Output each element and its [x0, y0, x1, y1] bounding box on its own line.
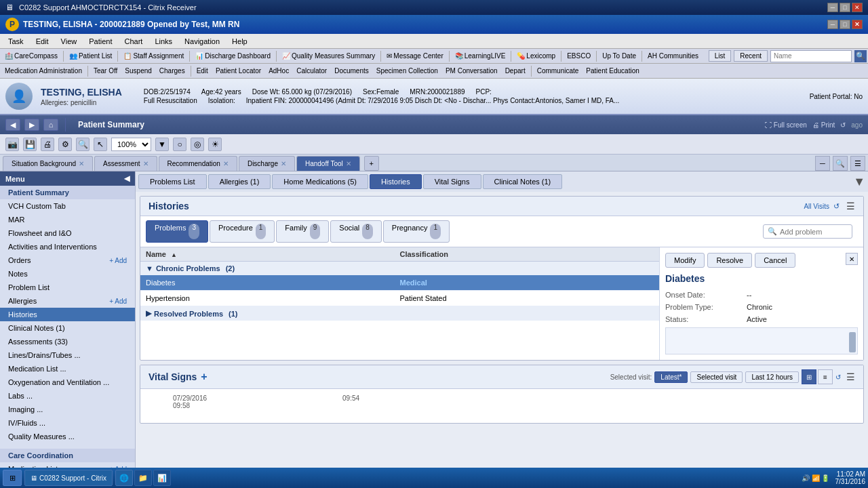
app-minimize-btn[interactable]: ─ [827, 20, 838, 29]
sidebar-item-oxygenation[interactable]: Oxygenation and Ventilation ... [0, 375, 135, 389]
tab-situation[interactable]: Situation Background ✕ [3, 156, 93, 171]
selected-visit-btn[interactable]: Selected visit [690, 371, 743, 383]
sidebar-item-medication[interactable]: Medication List ... [0, 362, 135, 375]
start-btn[interactable]: ⊞ [3, 470, 22, 486]
menu-patient[interactable]: Patient [83, 36, 117, 47]
tab-minus-btn[interactable]: ─ [815, 156, 830, 171]
vital-add-btn[interactable]: + [201, 371, 207, 383]
modify-btn[interactable]: Modify [665, 253, 705, 268]
close-btn[interactable]: ✕ [852, 3, 863, 12]
menu-view[interactable]: View [56, 36, 83, 47]
print-btn[interactable]: 🖨 Print [812, 121, 835, 129]
histories-tab-pregnancy[interactable]: Pregnancy 1 [383, 220, 450, 243]
last12h-btn[interactable]: Last 12 hours [745, 371, 799, 383]
sidebar-item-orders[interactable]: Orders + Add [0, 253, 135, 267]
circle2-icon[interactable]: ◎ [191, 138, 204, 151]
vital-refresh-btn[interactable]: ↺ [835, 373, 841, 381]
app-maximize-btn[interactable]: □ [840, 20, 850, 29]
toolbar-suspend[interactable]: Suspend [121, 66, 155, 75]
sidebar-item-imaging[interactable]: Imaging ... [0, 403, 135, 416]
toolbar-carecompass[interactable]: 🏥 CareCompass [1, 52, 61, 60]
camera-icon[interactable]: 📷 [5, 138, 19, 151]
panel-nav-histories[interactable]: Histories [370, 174, 422, 189]
sidebar-item-quality[interactable]: Quality Measures ... [0, 430, 135, 443]
add-tab-btn[interactable]: + [364, 156, 379, 171]
histories-refresh-icon[interactable]: ↺ [833, 202, 840, 211]
save-icon[interactable]: 💾 [23, 138, 37, 151]
tab-situation-x[interactable]: ✕ [79, 160, 84, 167]
sidebar-item-carecoord[interactable]: Care Coordination [0, 449, 135, 462]
histories-hamburger[interactable]: ☰ [846, 201, 855, 211]
tab-discharge[interactable]: Discharge ✕ [239, 156, 295, 171]
zoom-select[interactable]: 100% 75% 125% [111, 138, 151, 151]
sidebar-item-ivfluids[interactable]: IV/Fluids ... [0, 416, 135, 430]
detail-scrollbar[interactable] [849, 332, 856, 352]
taskbar-explorer[interactable]: 📁 [134, 470, 152, 486]
histories-tab-social[interactable]: Social 8 [330, 220, 382, 243]
toolbar-ebsco[interactable]: EBSCO [564, 52, 594, 60]
tab-recommendation-x[interactable]: ✕ [223, 160, 229, 167]
toolbar-discharge[interactable]: 📊 Discharge Dashboard [192, 52, 274, 60]
cancel-btn[interactable]: Cancel [755, 253, 795, 268]
toolbar-specimen[interactable]: Specimen Collection [373, 66, 441, 75]
allergies-add-btn[interactable]: + Add [109, 298, 127, 305]
toolbar-lexicomp[interactable]: 💊 Lexicomp [513, 52, 559, 60]
sort-icon[interactable]: ▲ [171, 251, 177, 258]
pointer-icon[interactable]: ↖ [94, 138, 107, 151]
content-scroll[interactable]: Histories All Visits ↺ ☰ Problems 3 [136, 192, 868, 475]
panel-nav-allergies[interactable]: Allergies (1) [208, 174, 271, 189]
tab-discharge-x[interactable]: ✕ [281, 160, 286, 167]
sidebar-item-flowsheet[interactable]: Flowsheet and I&O [0, 226, 135, 240]
add-problem-search[interactable]: 🔍 [763, 224, 852, 239]
tab-handoff[interactable]: Handoff Tool ✕ [296, 156, 360, 171]
add-problem-input[interactable] [780, 228, 848, 236]
refresh-btn[interactable]: ↺ [840, 121, 846, 129]
tab-search-btn[interactable]: 🔍 [833, 156, 848, 171]
settings-icon[interactable]: ⚙ [58, 138, 72, 151]
menu-edit[interactable]: Edit [31, 36, 54, 47]
toolbar-charges[interactable]: Charges [156, 66, 189, 75]
maximize-btn[interactable]: □ [840, 3, 850, 12]
toolbar-documents[interactable]: Documents [331, 66, 372, 75]
sidebar-item-assessments[interactable]: Assessments (33) [0, 335, 135, 348]
histories-tab-family[interactable]: Family 9 [276, 220, 329, 243]
sidebar-collapse-btn[interactable]: ◀ [124, 174, 130, 183]
sun-icon[interactable]: ☀ [208, 138, 222, 151]
toolbar-tearoff[interactable]: Tear Off [90, 66, 121, 75]
menu-links[interactable]: Links [149, 36, 178, 47]
menu-help[interactable]: Help [226, 36, 253, 47]
toolbar-adhoc[interactable]: AdHoc [265, 66, 292, 75]
toolbar-communicate[interactable]: Communicate [534, 66, 583, 75]
search-icon[interactable]: 🔍 [854, 50, 867, 62]
sidebar-item-vchcustom[interactable]: VCH Custom Tab [0, 199, 135, 213]
list-view-btn[interactable]: ≡ [818, 369, 833, 384]
panel-nav-problems[interactable]: Problems List [138, 174, 207, 189]
toolbar-learning[interactable]: 📚 LearningLIVE [452, 52, 509, 60]
chronic-problems-group[interactable]: ▼ Chronic Problems (2) [140, 262, 659, 275]
toolbar-message[interactable]: ✉ Message Center [383, 52, 446, 60]
latest-btn[interactable]: Latest* [654, 371, 688, 383]
nav-back[interactable]: ◀ [5, 119, 20, 131]
toolbar-calculator[interactable]: Calculator [293, 66, 330, 75]
tab-handoff-x[interactable]: ✕ [346, 160, 351, 167]
problem-row-hypertension[interactable]: Hypertension Patient Stated [140, 291, 659, 306]
panel-nav-homemeds[interactable]: Home Medications (5) [272, 174, 368, 189]
taskbar-ie[interactable]: 🌐 [115, 470, 133, 486]
sidebar-item-clinicalnotes[interactable]: Clinical Notes (1) [0, 321, 135, 335]
toolbar-quality[interactable]: 📈 Quality Measures Summary [279, 52, 378, 60]
panel-nav-vitalsigns[interactable]: Vital Signs [423, 174, 481, 189]
tab-hamburger-btn[interactable]: ☰ [850, 156, 865, 171]
sidebar-item-problemlist[interactable]: Problem List [0, 281, 135, 294]
nav-forward[interactable]: ▶ [24, 119, 39, 131]
panel-nav-clinicalnotes[interactable]: Clinical Notes (1) [483, 174, 563, 189]
fullscreen-btn[interactable]: ⛶ Full screen [765, 121, 807, 129]
toolbar-depart[interactable]: Depart [502, 66, 529, 75]
sidebar-item-notes[interactable]: Notes [0, 267, 135, 281]
sidebar-item-lines[interactable]: Lines/Drains/Tubes ... [0, 348, 135, 362]
histories-tab-problems[interactable]: Problems 3 [146, 220, 208, 243]
toolbar-edit[interactable]: Edit [193, 66, 212, 75]
sidebar-item-histories[interactable]: Histories [0, 308, 135, 321]
orders-add-btn[interactable]: + Add [109, 257, 127, 264]
toolbar-communities[interactable]: AH Communities [644, 52, 702, 60]
toolbar-pateducation[interactable]: Patient Education [583, 66, 642, 75]
